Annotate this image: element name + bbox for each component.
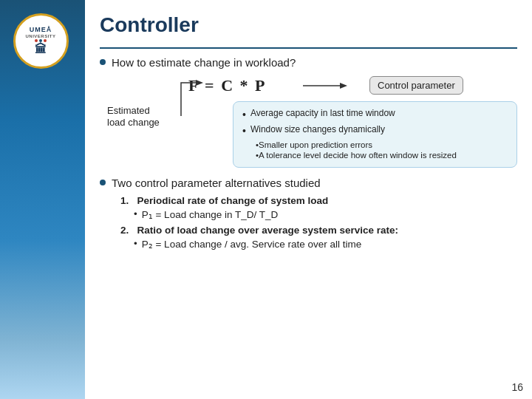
numbered-item-1-sub: • P₁ = Load change in T_D/ T_D [134,208,517,220]
logo-area: UMEÅ UNIVERSITY 🏛 [7,7,74,74]
right-bullet-1-text: Average capacity in last time window [250,108,395,118]
numbered-list: 1. Periodical rate of change of system l… [120,195,517,250]
control-param-box: Control parameter [369,76,463,95]
logo-building-icon: 🏛 [35,43,47,56]
lower-section: Two control parameter alternatives studi… [100,177,517,250]
page-number: 16 [511,381,523,393]
title-divider [100,47,517,49]
logo-subtext: UNIVERSITY [25,34,55,38]
right-bullet-1: • Average capacity in last time window [242,108,508,121]
university-logo: UMEÅ UNIVERSITY 🏛 [13,13,69,69]
bullet-icon-2 [100,180,106,185]
arrow-to-param [303,78,347,93]
sub-bullet-1: • Smaller upon prediction errors [256,140,508,149]
numbered-item-2-title: 2. Ratio of load change over average sys… [120,225,398,236]
numbered-item-2-sub-text: P₂ = Load change / avg. Service rate ove… [142,238,362,250]
sub-bullet-dot-1: • [134,208,137,219]
sub-bullet-1-text: Smaller upon prediction errors [259,140,372,149]
numbered-item-2-sub: • P₂ = Load change / avg. Service rate o… [134,238,517,250]
control-param-area: Control parameter [303,76,463,95]
formula-bottom-row: Estimated load change • Average capacity… [100,101,517,168]
svg-marker-1 [340,83,347,89]
right-bullets-box: • Average capacity in last time window •… [233,101,517,168]
right-bullet-2-dot: • [242,124,246,137]
estimated-label-col: Estimated load change [100,101,188,160]
formula-top-row: F = C * P Control parameter [100,76,517,95]
numbered-item-1-title: 1. Periodical rate of change of system l… [120,195,328,206]
sub-bullet-2: • A tolerance level decide how often win… [256,151,508,160]
numbered-item-1: 1. Periodical rate of change of system l… [120,195,517,220]
sub-bullet-dot-2: • [134,238,137,249]
left-sidebar: UMEÅ UNIVERSITY 🏛 [0,0,85,399]
main-content: Controller How to estimate change in wor… [85,0,532,399]
svg-marker-2 [196,80,203,86]
bullet-text-1: How to estimate change in workload? [112,56,296,69]
connector-arrow [174,75,248,120]
bullet-text-2: Two control parameter alternatives studi… [112,177,321,189]
slide-title: Controller [100,13,517,37]
bullet-row-2: Two control parameter alternatives studi… [100,177,517,189]
logo-dots [35,39,47,42]
right-bullet-2: • Window size changes dynamically [242,124,508,137]
right-bullet-2-text: Window size changes dynamically [250,124,385,134]
slide-container: UMEÅ UNIVERSITY 🏛 Controller How to esti… [0,0,532,399]
logo-text: UMEÅ [30,26,52,33]
numbered-item-1-sub-text: P₁ = Load change in T_D/ T_D [142,208,279,220]
formula-section: F = C * P Control parameter Estimated lo… [100,76,517,168]
numbered-item-2: 2. Ratio of load change over average sys… [120,225,517,250]
bullet-icon-1 [100,59,106,65]
sub-bullet-2-text: A tolerance level decide how often windo… [259,151,457,160]
bullet-row-1: How to estimate change in workload? [100,56,517,69]
